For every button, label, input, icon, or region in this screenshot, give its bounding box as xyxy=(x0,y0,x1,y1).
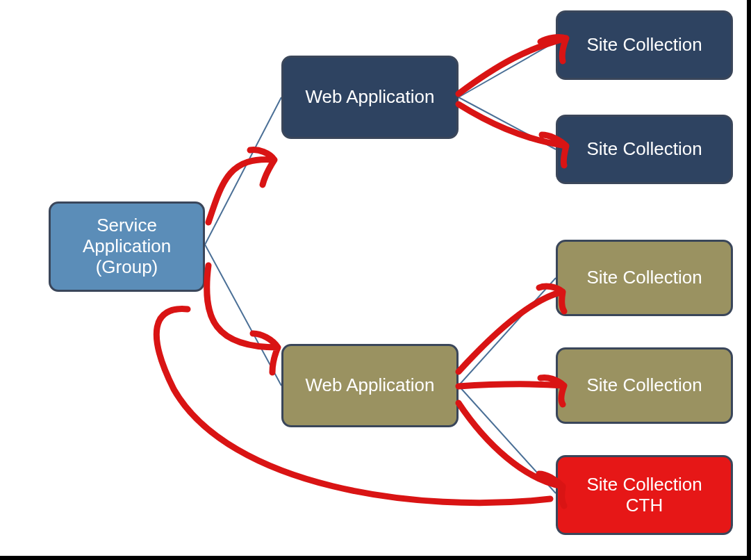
node-label: Site Collection xyxy=(586,267,702,288)
node-label: Site Collection xyxy=(586,35,702,56)
node-label: Site Collection xyxy=(586,139,702,160)
svg-line-4 xyxy=(459,278,556,386)
node-site-collection-b2: Site Collection xyxy=(556,347,733,424)
node-web-application-b: Web Application xyxy=(281,344,459,427)
node-label: Web Application xyxy=(306,87,435,108)
node-label: ServiceApplication(Group) xyxy=(83,215,171,278)
node-site-collection-a2: Site Collection xyxy=(556,115,733,184)
node-site-collection-b1: Site Collection xyxy=(556,240,733,316)
node-site-collection-a1: Site Collection xyxy=(556,10,733,80)
node-site-collection-cth: Site CollectionCTH xyxy=(556,455,733,535)
node-label: Site Collection xyxy=(586,375,702,396)
svg-line-2 xyxy=(459,42,556,97)
node-label: Web Application xyxy=(306,375,435,396)
diagram-canvas: { "nodes": { "root": {"label": "Service\… xyxy=(0,0,751,560)
node-web-application-a: Web Application xyxy=(281,56,459,139)
svg-line-6 xyxy=(459,386,556,493)
node-service-application-group: ServiceApplication(Group) xyxy=(49,201,205,292)
svg-line-3 xyxy=(459,97,556,149)
svg-line-0 xyxy=(205,97,281,245)
node-label: Site CollectionCTH xyxy=(586,475,702,516)
svg-line-1 xyxy=(205,245,281,386)
